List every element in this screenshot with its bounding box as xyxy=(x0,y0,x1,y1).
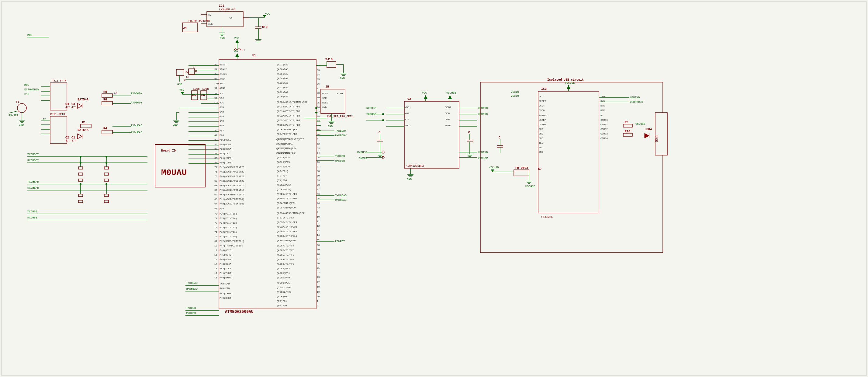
svg-text:(AT/PC1): (AT/PC1) xyxy=(277,170,288,173)
svg-text:GG04: GG04 xyxy=(539,105,545,107)
svg-text:TXDBODY: TXDBODY xyxy=(335,129,347,133)
svg-text:39: 39 xyxy=(214,143,217,146)
svg-text:VCC: VCC xyxy=(265,12,270,16)
svg-text:S7: S7 xyxy=(538,167,542,171)
svg-text:PJ3(PCINT12): PJ3(PCINT12) xyxy=(219,226,237,229)
svg-text:RXDHEAD: RXDHEAD xyxy=(186,288,197,291)
svg-text:(MOSI/PCINT3)PB3: (MOSI/PCINT3)PB3 xyxy=(277,119,300,122)
svg-text:TXDHEAD: TXDHEAD xyxy=(219,282,230,285)
svg-text:PH1(TXD2): PH1(TXD2) xyxy=(219,272,232,274)
svg-text:79: 79 xyxy=(317,248,320,251)
svg-text:59: 59 xyxy=(317,179,320,182)
svg-text:65: 65 xyxy=(317,156,320,159)
svg-text:RXDHEAD: RXDHEAD xyxy=(27,186,39,190)
svg-text:42: 42 xyxy=(214,129,217,132)
svg-text:USBTXD: USBTXD xyxy=(478,151,488,154)
svg-text:85: 85 xyxy=(317,78,320,81)
svg-text:C3: C3 xyxy=(71,103,75,106)
svg-text:(ADC1)PF1: (ADC1)PF1 xyxy=(277,272,290,274)
svg-text:PL7: PL7 xyxy=(219,129,224,132)
svg-text:C: C xyxy=(195,70,197,73)
svg-text:MOSI: MOSI xyxy=(322,92,328,95)
svg-text:BAT54A: BAT54A xyxy=(78,98,89,101)
svg-text:(ADC3/T0/FF3: (ADC3/T0/FF3 xyxy=(277,263,294,265)
svg-text:11: 11 xyxy=(317,220,320,223)
svg-rect-262 xyxy=(79,200,83,203)
svg-text:36: 36 xyxy=(214,157,217,160)
svg-text:PK1(ADC14/PCINT22): PK1(ADC14/PCINT22) xyxy=(219,170,246,173)
svg-text:74: 74 xyxy=(317,124,320,127)
svg-text:PL2(T5): PL2(T5) xyxy=(219,152,230,155)
svg-text:71: 71 xyxy=(214,231,217,233)
svg-text:USBRXD: USBRXD xyxy=(478,156,488,160)
svg-text:J4: J4 xyxy=(183,27,187,30)
svg-text:PH0(RXD2): PH0(RXD2) xyxy=(219,297,232,299)
svg-text:TEST: TEST xyxy=(539,142,545,144)
svg-text:13: 13 xyxy=(214,267,217,270)
svg-text:10: 10 xyxy=(317,215,320,218)
svg-text:69: 69 xyxy=(214,179,217,182)
svg-text:SCK: SCK xyxy=(322,97,327,99)
svg-text:76: 76 xyxy=(317,133,320,136)
svg-text:9: 9 xyxy=(317,211,318,213)
svg-text:RESET: RESET xyxy=(219,63,227,66)
svg-text:17: 17 xyxy=(214,249,217,252)
svg-text:12: 12 xyxy=(214,272,217,274)
svg-text:60: 60 xyxy=(317,174,320,177)
svg-text:FT232RL: FT232RL xyxy=(541,215,553,219)
svg-text:PJ6(PCINT15): PJ6(PCINT15) xyxy=(219,212,237,215)
svg-text:(RHD/INT0)PE0: (RHD/INT0)PE0 xyxy=(277,239,296,242)
svg-text:PL3(OC5A): PL3(OC5A) xyxy=(219,148,232,150)
svg-text:(CLK/PCINT1)PB1: (CLK/PCINT1)PB1 xyxy=(277,128,299,131)
svg-text:RXDHEAD: RXDHEAD xyxy=(131,131,142,134)
svg-rect-250 xyxy=(79,179,83,181)
svg-text:RXDUSB: RXDUSB xyxy=(186,312,196,315)
svg-text:PJ1(PCINT10): PJ1(PCINT10) xyxy=(219,235,237,238)
svg-text:14: 14 xyxy=(214,263,217,265)
svg-text:PK3(ADC11/PCINT20): PK3(ADC11/PCINT20) xyxy=(219,179,246,182)
svg-text:(OC1B/PCINT6)PB6: (OC1B/PCINT6)PB6 xyxy=(277,105,300,108)
svg-text:R9: R9 xyxy=(625,121,628,124)
svg-text:USB: USB xyxy=(654,136,658,142)
svg-text:RXDBODY: RXDBODY xyxy=(131,101,142,105)
svg-text:GND: GND xyxy=(219,111,224,113)
svg-rect-195 xyxy=(102,101,113,105)
svg-text:GND: GND xyxy=(539,128,543,130)
svg-rect-371 xyxy=(655,113,667,155)
svg-text:GND: GND xyxy=(219,106,224,109)
svg-text:C2: C2 xyxy=(65,136,69,139)
svg-text:84: 84 xyxy=(317,73,320,76)
svg-text:TXDHEAD: TXDHEAD xyxy=(27,180,39,183)
svg-text:PH5(OC4C): PH5(OC4C) xyxy=(219,254,232,256)
svg-text:TXDHEAD: TXDHEAD xyxy=(335,194,347,197)
svg-rect-270 xyxy=(404,101,459,168)
svg-text:47n: 47n xyxy=(65,106,70,109)
svg-text:47n: 47n xyxy=(71,139,76,142)
svg-text:VCC: VCC xyxy=(179,89,185,92)
svg-text:TxDUSB: TxDUSB xyxy=(357,156,367,160)
svg-text:51: 51 xyxy=(214,97,217,99)
svg-text:TXDBODY: TXDBODY xyxy=(131,92,142,95)
svg-text:40: 40 xyxy=(214,139,217,141)
svg-text:46: 46 xyxy=(317,193,320,195)
svg-text:U1: U1 xyxy=(252,54,256,57)
svg-text:C: C xyxy=(499,136,500,139)
svg-text:VO: VO xyxy=(229,17,232,20)
svg-text:GND: GND xyxy=(219,115,224,118)
svg-text:26: 26 xyxy=(317,106,320,109)
svg-text:69: 69 xyxy=(214,240,217,242)
svg-text:75: 75 xyxy=(214,212,217,215)
schematic-canvas: IC2 LM340MP-G4 9V GND VO POWER_JACKPTH J… xyxy=(0,0,868,377)
svg-text:1k: 1k xyxy=(114,92,117,95)
svg-text:USBRXD: USBRXD xyxy=(478,113,488,116)
svg-text:65: 65 xyxy=(214,198,217,201)
svg-text:(ADC0)PF0: (ADC0)PF0 xyxy=(277,276,290,279)
svg-text:93: 93 xyxy=(317,276,320,279)
svg-text:87: 87 xyxy=(317,87,320,90)
svg-text:63: 63 xyxy=(317,147,320,150)
svg-text:RJ11-6PTH: RJ11-6PTH xyxy=(52,80,67,83)
svg-text:ATMEGA2560AU: ATMEGA2560AU xyxy=(225,310,253,314)
svg-text:PH1(TXD2): PH1(TXD2) xyxy=(219,292,232,295)
svg-text:AVR_SPI_PRO_6PTH: AVR_SPI_PRO_6PTH xyxy=(327,115,353,118)
svg-text:47n: 47n xyxy=(71,106,76,109)
